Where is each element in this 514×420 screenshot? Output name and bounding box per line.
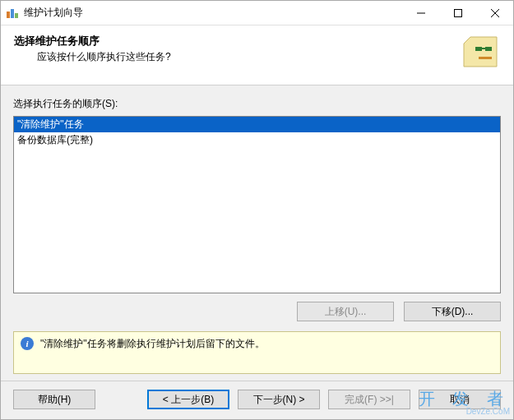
wizard-footer: 帮助(H) < 上一步(B) 下一步(N) > 完成(F) >>| 取消 — [1, 381, 513, 419]
header-subtitle: 应该按什么顺序执行这些任务? — [14, 50, 461, 64]
wizard-header: 选择维护任务顺序 应该按什么顺序执行这些任务? — [1, 25, 513, 85]
back-button[interactable]: < 上一步(B) — [147, 390, 229, 409]
svg-rect-10 — [479, 57, 492, 59]
info-box: i "清除维护"任务将删除执行维护计划后留下的文件。 — [13, 331, 501, 374]
move-down-button[interactable]: 下移(D)... — [404, 302, 501, 321]
move-up-label: 上移(U)... — [325, 305, 367, 319]
svg-rect-7 — [475, 47, 482, 51]
back-label: < 上一步(B) — [163, 393, 214, 407]
finish-button[interactable]: 完成(F) >>| — [328, 390, 410, 409]
cancel-label: 取消 — [450, 393, 470, 407]
header-text: 选择维护任务顺序 应该按什么顺序执行这些任务? — [14, 34, 461, 64]
info-text: "清除维护"任务将删除执行维护计划后留下的文件。 — [40, 337, 265, 351]
svg-rect-0 — [7, 12, 10, 18]
header-title: 选择维护任务顺序 — [14, 34, 461, 48]
minimize-button[interactable] — [402, 1, 439, 25]
cancel-button[interactable]: 取消 — [419, 390, 501, 409]
order-buttons: 上移(U)... 下移(D)... — [13, 302, 501, 321]
info-icon: i — [21, 337, 34, 350]
help-button[interactable]: 帮助(H) — [13, 390, 95, 409]
next-button[interactable]: 下一步(N) > — [238, 390, 320, 409]
next-label: 下一步(N) > — [253, 393, 305, 407]
list-item[interactable]: "清除维护"任务 — [14, 117, 500, 132]
titlebar: 维护计划向导 — [1, 1, 513, 25]
list-item[interactable]: 备份数据库(完整) — [14, 132, 500, 148]
wizard-body: 选择执行任务的顺序(S): "清除维护"任务备份数据库(完整) 上移(U)...… — [1, 85, 513, 381]
task-order-listbox[interactable]: "清除维护"任务备份数据库(完整) — [13, 116, 501, 293]
svg-rect-8 — [485, 47, 492, 51]
list-label: 选择执行任务的顺序(S): — [13, 97, 501, 111]
svg-rect-2 — [15, 13, 18, 18]
move-down-label: 下移(D)... — [432, 305, 474, 319]
move-up-button[interactable]: 上移(U)... — [297, 302, 394, 321]
app-icon — [6, 7, 19, 20]
svg-rect-4 — [454, 9, 461, 16]
svg-rect-1 — [11, 9, 14, 18]
help-label: 帮助(H) — [38, 393, 72, 407]
wizard-window: 维护计划向导 选择维护任务顺序 应该按什么顺序执行这些任务? — [0, 0, 514, 420]
window-controls — [402, 1, 513, 25]
close-button[interactable] — [476, 1, 513, 25]
finish-label: 完成(F) >>| — [345, 393, 394, 407]
tasks-icon — [461, 34, 500, 73]
maximize-button[interactable] — [439, 1, 476, 25]
window-title: 维护计划向导 — [24, 6, 402, 20]
